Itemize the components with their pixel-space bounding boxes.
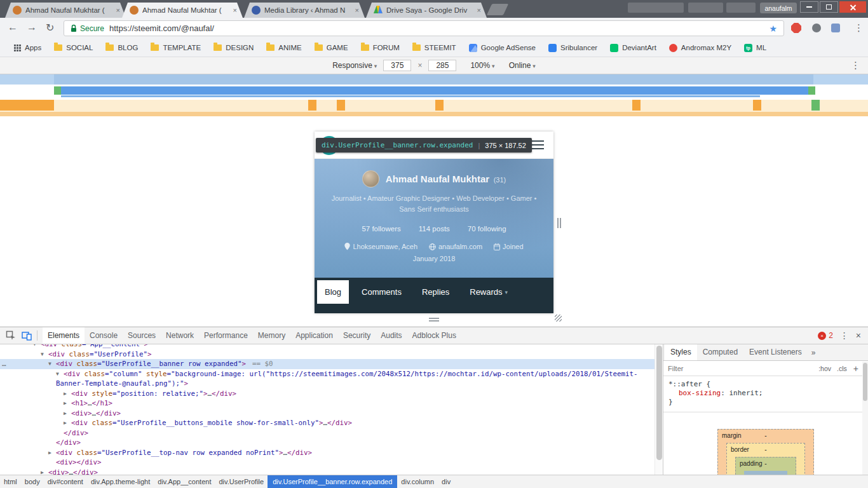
devtools-tab-network[interactable]: Network bbox=[161, 327, 199, 344]
expand-arrow-icon[interactable]: ▼ bbox=[41, 349, 44, 360]
dom-line-selected[interactable]: ▼<div class="UserProfile__banner row exp… bbox=[0, 359, 654, 369]
styles-scrollbar[interactable] bbox=[862, 362, 868, 475]
device-toolbar-kebab-icon[interactable]: ⋮ bbox=[851, 60, 860, 71]
tab-replies[interactable]: Replies bbox=[414, 280, 457, 304]
toggle-element-state-button[interactable]: :hov bbox=[818, 365, 831, 372]
breadcrumb[interactable]: div#content bbox=[44, 475, 87, 488]
viewport-width-input[interactable] bbox=[383, 60, 411, 71]
breadcrumb[interactable]: div.column bbox=[397, 475, 438, 488]
collapsed-arrow-icon[interactable]: ▶ bbox=[64, 418, 67, 428]
media-query-inspector[interactable] bbox=[0, 74, 868, 118]
css-selector[interactable]: *::after bbox=[668, 380, 702, 388]
css-property[interactable]: box-sizing bbox=[679, 389, 721, 397]
back-icon[interactable]: ← bbox=[8, 22, 18, 33]
viewport-height-input[interactable] bbox=[428, 60, 456, 71]
console-error-badge[interactable]: × 2 bbox=[818, 331, 833, 340]
zoom-select[interactable]: 100%▾ bbox=[470, 61, 494, 70]
url-text[interactable]: https://steemit.com/@naufal/ bbox=[109, 24, 214, 33]
tab-rewards[interactable]: Rewards▾ bbox=[462, 280, 515, 304]
devtools-tab-memory[interactable]: Memory bbox=[253, 327, 290, 344]
breadcrumb[interactable]: div.App__content bbox=[154, 475, 215, 488]
dom-tree-scrollbar[interactable] bbox=[654, 344, 663, 475]
following-stat[interactable]: 70 following bbox=[468, 225, 506, 233]
dom-line[interactable]: ▶<div class="UserProfile__top-nav row ex… bbox=[0, 448, 654, 458]
bookmark-folder-steemit[interactable]: STEEMIT bbox=[406, 44, 463, 51]
bookmark-folder-template[interactable]: TEMPLATE bbox=[144, 44, 207, 51]
browser-menu-kebab-icon[interactable]: ⋮ bbox=[854, 22, 864, 34]
bookmark-folder-game[interactable]: GAME bbox=[308, 44, 355, 51]
devtools-tab-console[interactable]: Console bbox=[85, 327, 123, 344]
expand-arrow-icon[interactable]: ▼ bbox=[33, 344, 36, 349]
tab-styles[interactable]: Styles bbox=[665, 344, 697, 360]
chrome-profile-badge[interactable]: anaufalm bbox=[760, 3, 797, 13]
devtools-kebab-icon[interactable]: ⋮ bbox=[840, 330, 849, 341]
collapsed-arrow-icon[interactable]: ▶ bbox=[64, 398, 67, 409]
styles-filter-input[interactable] bbox=[668, 365, 813, 372]
devtools-tab-audits[interactable]: Audits bbox=[376, 327, 407, 344]
inspect-element-icon[interactable] bbox=[6, 330, 16, 341]
devtools-close-icon[interactable]: × bbox=[856, 330, 861, 341]
devtools-tab-adblock-plus[interactable]: Adblock Plus bbox=[407, 327, 461, 344]
tab-comments[interactable]: Comments bbox=[354, 280, 409, 304]
extension-icon[interactable] bbox=[831, 24, 840, 32]
bookmark-sribulancer[interactable]: Sribulancer bbox=[542, 44, 604, 52]
refresh-icon[interactable]: ↻ bbox=[46, 22, 54, 34]
expand-arrow-icon[interactable]: ▼ bbox=[48, 359, 51, 369]
dom-line[interactable]: </div> bbox=[0, 438, 654, 448]
devtools-tab-security[interactable]: Security bbox=[338, 327, 376, 344]
bookmark-google-adsense[interactable]: Google AdSense bbox=[463, 44, 542, 52]
device-type-select[interactable]: Responsive▾ bbox=[332, 61, 377, 70]
viewport-resize-handle-bottom[interactable] bbox=[429, 318, 439, 323]
posts-stat[interactable]: 114 posts bbox=[419, 225, 450, 233]
scrollbar-thumb[interactable] bbox=[863, 363, 867, 401]
bookmark-andromax[interactable]: Andromax M2Y bbox=[663, 44, 738, 52]
bookmark-ml[interactable]: tpML bbox=[738, 44, 773, 52]
forward-icon[interactable]: → bbox=[27, 22, 37, 33]
hamburger-menu-icon[interactable] bbox=[532, 140, 544, 152]
bookmark-folder-forum[interactable]: FORUM bbox=[355, 44, 406, 51]
expand-arrow-icon[interactable]: ▼ bbox=[56, 369, 59, 379]
viewport-resize-handle-right[interactable] bbox=[557, 218, 562, 228]
network-throttle-select[interactable]: Online▾ bbox=[509, 61, 536, 70]
breadcrumb[interactable]: html bbox=[0, 475, 21, 488]
bookmark-folder-anime[interactable]: ANIME bbox=[260, 44, 308, 51]
website-item[interactable]: anaufalm.com bbox=[429, 243, 482, 250]
devtools-tab-performance[interactable]: Performance bbox=[199, 327, 253, 344]
bookmark-folder-social[interactable]: SOCIAL bbox=[48, 44, 99, 51]
media-query-bar-min-width[interactable] bbox=[0, 100, 868, 116]
tab-close-icon[interactable]: × bbox=[477, 6, 481, 14]
breadcrumb[interactable]: body bbox=[21, 475, 44, 488]
browser-tab-2-active[interactable]: Ahmad Naufal Mukhtar ( × bbox=[122, 3, 243, 18]
browser-tab-3[interactable]: Media Library ‹ Ahmad N × bbox=[244, 3, 365, 18]
devtools-tab-elements[interactable]: Elements bbox=[43, 327, 85, 344]
window-minimize-button[interactable] bbox=[800, 1, 818, 13]
dom-line[interactable]: </div> bbox=[0, 428, 654, 438]
dom-line[interactable]: ▼<div class="column" style="background-i… bbox=[0, 369, 654, 379]
css-value[interactable]: : inherit; bbox=[721, 389, 763, 397]
followers-stat[interactable]: 57 followers bbox=[362, 225, 400, 233]
viewport-resize-handle-corner[interactable] bbox=[555, 315, 562, 322]
browser-tab-4[interactable]: Drive Saya - Google Driv × bbox=[366, 3, 487, 18]
tab-event-listeners[interactable]: Event Listeners bbox=[743, 344, 808, 360]
element-classes-button[interactable]: .cls bbox=[837, 365, 847, 372]
bookmark-deviantart[interactable]: DeviantArt bbox=[604, 44, 663, 52]
dom-line-wrap[interactable]: Banner-Template-@naufal.png");"> bbox=[0, 379, 654, 389]
bookmark-folder-blog[interactable]: BLOG bbox=[99, 44, 144, 51]
breadcrumb-active[interactable]: div.UserProfile__banner.row.expanded bbox=[268, 475, 397, 488]
breadcrumb[interactable]: div bbox=[438, 475, 454, 488]
window-close-button[interactable] bbox=[839, 1, 866, 13]
new-style-rule-button[interactable]: + bbox=[853, 363, 858, 374]
media-query-bar-max-width[interactable] bbox=[0, 74, 868, 85]
tabs-overflow-icon[interactable]: » bbox=[808, 348, 820, 357]
scrollbar-thumb[interactable] bbox=[656, 346, 662, 460]
dom-line[interactable]: ▼<div class="App__content"> bbox=[0, 344, 654, 349]
dom-line[interactable]: ▶<div class="UserProfile__buttons_mobile… bbox=[0, 418, 654, 428]
apps-shortcut[interactable]: Apps bbox=[8, 44, 48, 51]
collapsed-arrow-icon[interactable]: ▶ bbox=[48, 448, 51, 458]
media-query-bar-ranges[interactable] bbox=[0, 86, 868, 97]
extension-icon[interactable] bbox=[812, 24, 821, 32]
tab-close-icon[interactable]: × bbox=[116, 6, 120, 14]
devtools-tab-application[interactable]: Application bbox=[290, 327, 338, 344]
dom-line[interactable]: ▶<h1>…</h1> bbox=[0, 398, 654, 409]
bookmark-folder-design[interactable]: DESIGN bbox=[207, 44, 260, 51]
